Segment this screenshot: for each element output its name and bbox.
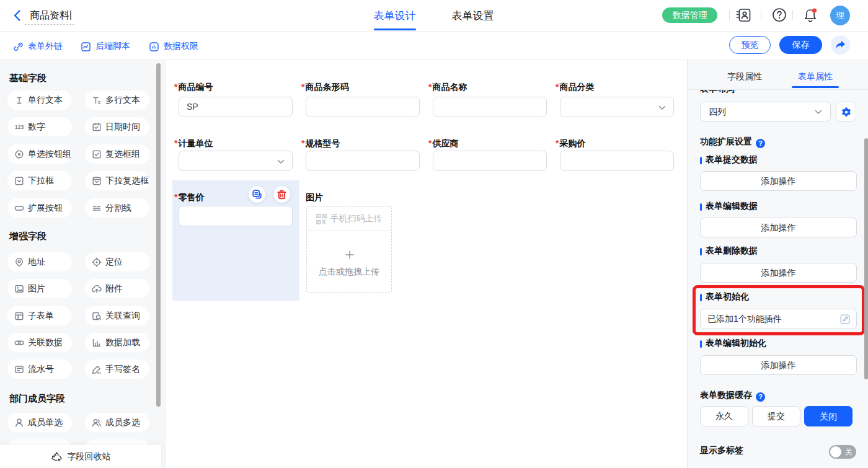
svg-text:123: 123 [15,124,24,130]
